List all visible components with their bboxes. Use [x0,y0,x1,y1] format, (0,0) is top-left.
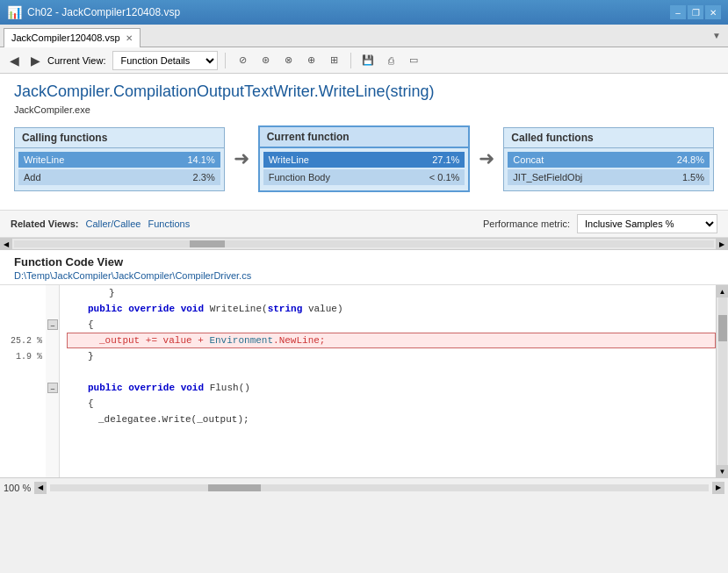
toolbar: ◀ ▶ Current View: Function Details ⊘ ⊛ ⊗… [0,47,728,74]
scroll-bottom-thumb[interactable] [208,484,261,491]
tab-close-button[interactable]: ✕ [126,33,133,43]
called-row-val-0: 24.8% [677,154,704,165]
panels-row: Calling functions WriteLine 14.1% Add 2.… [14,125,714,192]
pct-line-3: 25.2 % [0,333,46,348]
list-item[interactable]: JIT_SetFieldObj 1.5% [508,169,710,185]
forward-button[interactable]: ▶ [26,51,44,70]
calling-row-val-0: 14.1% [187,154,214,165]
horizontal-scrollbar-bottom[interactable] [50,484,709,491]
expand-line-0 [46,285,59,301]
calling-row-name-0: WriteLine [24,154,64,165]
filter4-button[interactable]: ⊕ [301,51,321,70]
pct-line-4: 1.9 % [0,348,46,364]
list-item[interactable]: WriteLine 27.1% [263,152,465,168]
filter-button[interactable]: ⊘ [233,51,252,70]
exe-name: JackCompiler.exe [14,104,714,115]
current-function-panel: Current function WriteLine 27.1% Functio… [258,125,471,192]
filter5-button[interactable]: ⊞ [324,51,343,70]
collapse-btn-2[interactable]: – [47,383,58,393]
scroll-bottom-right[interactable]: ▶ [712,482,724,494]
code-line-2: { [67,317,716,333]
restore-button[interactable]: ❐ [688,5,703,19]
code-file-path[interactable]: D:\Temp\JackCompiler\JackCompiler\Compil… [0,270,728,284]
close-button[interactable]: ✕ [705,5,721,19]
filter2-button[interactable]: ⊛ [256,51,275,70]
scroll-bottom-track [50,484,709,491]
code-line-5 [67,364,716,380]
calling-functions-body: WriteLine 14.1% Add 2.3% [15,148,224,190]
called-functions-body: Concat 24.8% JIT_SetFieldObj 1.5% [504,148,713,190]
pct-line-6 [0,380,46,396]
code-line-8: _delegatee.Write(_output); [67,412,716,427]
scroll-up-button[interactable]: ▲ [717,285,729,297]
minimize-button[interactable]: – [670,5,686,19]
view-select[interactable]: Function Details [112,51,218,70]
arrow-right-icon-2: ➜ [479,147,494,170]
code-lines: } public override void WriteLine( string… [60,285,716,477]
current-function-header: Current function [260,127,469,148]
list-item[interactable]: Function Body < 0.1% [263,169,465,185]
tab-bar: JackCompiler120408.vsp ✕ ▼ [0,25,728,47]
tab-dropdown[interactable]: ▼ [709,31,724,40]
toolbar-separator-2 [350,53,351,68]
print-button[interactable]: ⎙ [381,51,400,70]
app-icon: 📊 [7,5,22,19]
scroll-thumb[interactable] [190,240,225,247]
called-functions-panel: Called functions Concat 24.8% JIT_SetFie… [503,127,714,191]
called-row-name-1: JIT_SetFieldObj [513,172,582,183]
main-content: JackCompiler.CompilationOutputTextWriter… [0,74,728,210]
code-line-4: } [67,348,716,364]
current-row-name-1: Function Body [269,172,330,183]
code-section-header: Function Code View [0,250,728,270]
caller-callee-link[interactable]: Caller/Callee [85,218,141,229]
collapse-btn-1[interactable]: – [47,319,58,330]
list-item[interactable]: WriteLine 14.1% [18,152,220,168]
metric-select[interactable]: Inclusive Samples % Exclusive Samples % … [577,214,717,233]
scroll-right-button[interactable]: ▶ [716,238,728,250]
arrow-right-icon-1: ➜ [234,147,249,170]
filter3-button[interactable]: ⊗ [278,51,298,70]
view-label: Current View: [47,55,105,66]
title-bar: 📊 Ch02 - JackCompiler120408.vsp – ❐ ✕ [0,0,728,25]
function-title: JackCompiler.CompilationOutputTextWriter… [14,82,714,101]
code-line-3: _output += value + Environment .NewLine; [67,333,716,348]
code-line-7: { [67,396,716,412]
calling-row-val-1: 2.3% [193,172,215,183]
metric-label: Performance metric: [483,218,570,229]
current-row-val-1: < 0.1% [429,172,460,183]
current-row-val-0: 27.1% [432,154,459,165]
window-controls: – ❐ ✕ [670,5,721,19]
scroll-track [14,240,714,247]
calling-functions-header: Calling functions [15,128,224,148]
list-item[interactable]: Add 2.3% [18,169,220,185]
functions-link[interactable]: Functions [148,218,190,229]
code-line-0: } [67,285,716,301]
tab-jackcompiler[interactable]: JackCompiler120408.vsp ✕ [4,28,141,47]
layout-button[interactable]: ▭ [404,51,423,70]
called-row-val-1: 1.5% [682,172,704,183]
code-view: 25.2 % 1.9 % – – [0,284,728,477]
called-functions-header: Called functions [504,128,713,148]
related-views-label: Related Views: [11,218,78,229]
scroll-down-button[interactable]: ▼ [717,465,729,477]
code-line-6: public override void Flush() [67,380,716,396]
code-section: Function Code View D:\Temp\JackCompiler\… [0,250,728,477]
current-function-body: WriteLine 27.1% Function Body < 0.1% [260,148,469,190]
related-views-bar: Related Views: Caller/Callee Functions P… [0,210,728,238]
expand-line-1 [46,301,59,317]
scroll-bottom-left[interactable]: ◀ [34,482,47,494]
scroll-v-thumb[interactable] [718,315,727,341]
pct-line-8 [0,412,46,427]
collapse-column: – – [46,285,60,477]
vertical-scrollbar[interactable]: ▲ ▼ [716,285,728,477]
save-button[interactable]: 💾 [358,51,378,70]
calling-row-name-1: Add [24,172,41,183]
horizontal-scrollbar-top[interactable]: ◀ ▶ [0,238,728,250]
status-bar: 100 % ◀ ▶ [0,477,728,497]
list-item[interactable]: Concat 24.8% [508,152,710,168]
pct-line-2 [0,317,46,333]
back-button[interactable]: ◀ [5,51,23,70]
scroll-v-track [718,297,727,465]
pct-line-5 [0,364,46,380]
scroll-left-button[interactable]: ◀ [0,238,12,250]
